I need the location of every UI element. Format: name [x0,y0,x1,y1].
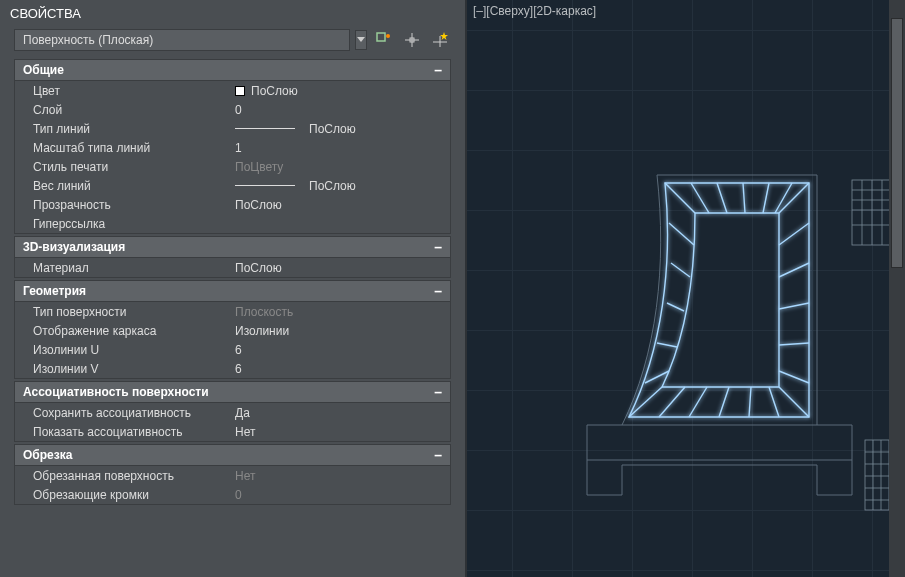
object-type-selector[interactable]: Поверхность (Плоская) [14,29,350,51]
collapse-icon: – [434,242,442,252]
row-value: 0 [235,488,450,502]
row-value: ПоСлою [235,122,450,136]
chevron-down-icon [357,37,365,43]
drawing-object[interactable] [587,175,905,548]
vertical-scrollbar[interactable] [889,0,905,577]
row-label: Тип поверхности [15,305,235,319]
section-title: Геометрия [23,284,86,298]
svg-line-16 [763,183,769,213]
pick-button[interactable] [401,29,423,51]
property-row[interactable]: Обрезанная поверхность Нет [15,466,450,485]
section-body: Сохранить ассоциативность Да Показать ас… [14,403,451,442]
section-header-geometry[interactable]: Геометрия – [14,280,451,302]
svg-line-31 [657,343,677,347]
row-label: Стиль печати [15,160,235,174]
svg-line-30 [667,303,684,311]
section-viz3d: 3D-визуализация – Материал ПоСлою [14,236,451,278]
section-header-general[interactable]: Общие – [14,59,451,81]
row-label: Показать ассоциативность [15,425,235,439]
svg-line-27 [769,387,779,417]
svg-line-26 [749,387,751,417]
row-value: ПоСлою [235,179,450,193]
svg-line-11 [779,387,809,417]
quick-select-button[interactable] [373,29,395,51]
row-label: Цвет [15,84,235,98]
property-row[interactable]: Гиперссылка [15,214,450,233]
section-body: Обрезанная поверхность Нет Обрезающие кр… [14,466,451,505]
svg-rect-0 [377,33,385,41]
row-value: 1 [235,141,450,155]
property-row[interactable]: Масштаб типа линий 1 [15,138,450,157]
row-label: Гиперссылка [15,217,235,231]
row-label: Изолинии U [15,343,235,357]
property-row[interactable]: Сохранить ассоциативность Да [15,403,450,422]
row-value: 0 [235,103,450,117]
selector-dropdown-button[interactable] [355,30,367,50]
svg-line-19 [779,263,809,277]
section-general: Общие – Цвет ПоСлою Слой 0 Тип линий ПоС… [14,59,451,234]
svg-line-18 [779,223,809,245]
viewport-label[interactable]: [–][Сверху][2D-каркас] [473,4,596,18]
row-value: Изолинии [235,324,450,338]
row-value: ПоЦвету [235,160,450,174]
line-sample-icon [235,185,295,186]
row-value: ПоСлою [235,198,450,212]
color-swatch [235,86,245,96]
row-label: Обрезающие кромки [15,488,235,502]
row-label: Отображение каркаса [15,324,235,338]
row-label: Тип линий [15,122,235,136]
section-trim: Обрезка – Обрезанная поверхность Нет Обр… [14,444,451,505]
row-label: Обрезанная поверхность [15,469,235,483]
property-row[interactable]: Цвет ПоСлою [15,81,450,100]
property-row[interactable]: Показать ассоциативность Нет [15,422,450,441]
property-row[interactable]: Слой 0 [15,100,450,119]
section-header-trim[interactable]: Обрезка – [14,444,451,466]
property-row[interactable]: Стиль печати ПоЦвету [15,157,450,176]
svg-line-29 [671,263,690,277]
section-title: 3D-визуализация [23,240,125,254]
property-row[interactable]: Материал ПоСлою [15,258,450,277]
row-value: Нет [235,425,450,439]
svg-point-1 [386,34,390,38]
section-header-viz3d[interactable]: 3D-визуализация – [14,236,451,258]
property-row[interactable]: Вес линий ПоСлою [15,176,450,195]
property-row[interactable]: Тип линий ПоСлою [15,119,450,138]
toggle-pick-button[interactable] [429,29,451,51]
svg-line-23 [659,387,685,417]
collapse-icon: – [434,286,442,296]
row-value: ПоСлою [235,261,450,275]
quick-select-icon [376,32,392,48]
property-row[interactable]: Обрезающие кромки 0 [15,485,450,504]
crosshair-star-icon [432,32,448,48]
section-header-assoc[interactable]: Ассоциативность поверхности – [14,381,451,403]
svg-line-12 [629,387,662,417]
row-value: ПоСлою [235,84,450,98]
selector-row: Поверхность (Плоская) [0,29,465,59]
property-row[interactable]: Изолинии U 6 [15,340,450,359]
property-row[interactable]: Отображение каркаса Изолинии [15,321,450,340]
section-body: Цвет ПоСлою Слой 0 Тип линий ПоСлою Масш… [14,81,451,234]
svg-line-25 [719,387,729,417]
crosshair-icon [404,32,420,48]
property-row[interactable]: Прозрачность ПоСлою [15,195,450,214]
property-row[interactable]: Изолинии V 6 [15,359,450,378]
properties-panel: СВОЙСТВА Поверхность (Плоская) [0,0,465,577]
row-label: Вес линий [15,179,235,193]
svg-line-9 [665,183,695,213]
section-title: Обрезка [23,448,72,462]
row-label: Изолинии V [15,362,235,376]
property-row[interactable]: Тип поверхности Плоскость [15,302,450,321]
panel-title: СВОЙСТВА [0,0,465,29]
row-label: Масштаб типа линий [15,141,235,155]
viewport[interactable]: [–][Сверху][2D-каркас] [465,0,905,577]
section-body: Тип поверхности Плоскость Отображение ка… [14,302,451,379]
section-body: Материал ПоСлою [14,258,451,278]
scrollbar-thumb[interactable] [891,18,903,268]
section-geometry: Геометрия – Тип поверхности Плоскость От… [14,280,451,379]
selector-value: Поверхность (Плоская) [23,33,153,47]
row-value: 6 [235,343,450,357]
section-assoc: Ассоциативность поверхности – Сохранить … [14,381,451,442]
row-label: Слой [15,103,235,117]
svg-line-14 [717,183,727,213]
svg-line-24 [689,387,707,417]
